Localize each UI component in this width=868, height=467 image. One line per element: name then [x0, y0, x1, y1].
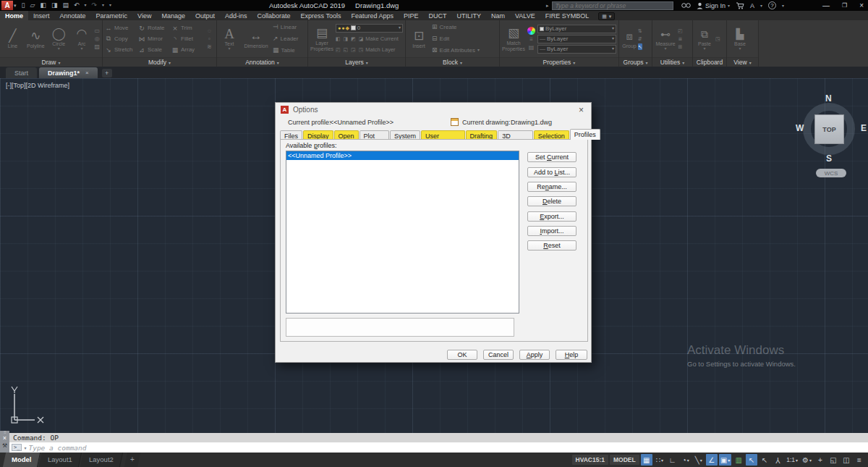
- base-view-tool[interactable]: ▙Base▾: [729, 27, 751, 51]
- new-icon[interactable]: ▯: [22, 1, 25, 10]
- copy-tool[interactable]: ⧉Copy: [105, 33, 138, 44]
- array-tool[interactable]: ▦Array: [171, 44, 205, 55]
- explode-tool-icon[interactable]: ▫: [207, 35, 212, 42]
- stretch-tool[interactable]: ↘Stretch: [105, 44, 138, 55]
- file-tab-start[interactable]: Start: [6, 67, 37, 78]
- panel-label-clipboard[interactable]: Clipboard: [693, 57, 726, 67]
- redo-icon[interactable]: ↷: [92, 1, 98, 10]
- snap-mode-toggle[interactable]: ∷▾: [654, 454, 665, 466]
- fillet-tool[interactable]: ◝Fillet: [171, 33, 205, 44]
- viewcube-north[interactable]: N: [825, 93, 832, 104]
- search-input[interactable]: [552, 1, 673, 10]
- measure-tool[interactable]: ⊷Measure▾: [655, 27, 676, 51]
- layer-dropdown[interactable]: ● ● ◆ 0 ▾: [336, 24, 403, 33]
- ok-button[interactable]: OK: [447, 350, 477, 360]
- workspace-button[interactable]: ◱: [827, 454, 839, 466]
- trim-tool[interactable]: ⨯Trim: [171, 22, 205, 33]
- import-button[interactable]: Import...: [527, 226, 576, 236]
- mirror-tool[interactable]: ⋈Mirror: [138, 33, 171, 44]
- ribbon-tab-insert[interactable]: Insert: [28, 11, 55, 20]
- ungroup-icon[interactable]: ⇅: [638, 28, 642, 34]
- ortho-toggle[interactable]: ∟: [667, 454, 678, 466]
- match-layer-tool[interactable]: ◰ ◱ ◲ ◳Match Layer: [336, 45, 403, 54]
- polyline-tool[interactable]: ∿Polyline: [25, 29, 46, 49]
- rectangle-tool-icon[interactable]: ▭: [94, 28, 100, 34]
- panel-label-draw[interactable]: Draw▾: [0, 57, 102, 67]
- rename-button[interactable]: Rename...: [527, 182, 576, 192]
- ribbon-tab-utility[interactable]: UTILITY: [451, 11, 486, 20]
- layout-tab-layout2[interactable]: Layout2: [80, 453, 123, 467]
- text-tool[interactable]: AText▾: [219, 27, 239, 51]
- plot-icon[interactable]: ▤: [62, 1, 69, 10]
- ribbon-tab-output[interactable]: Output: [190, 11, 220, 20]
- qat-customize-icon[interactable]: ▾: [109, 1, 111, 10]
- isodraft-toggle[interactable]: ╲▾: [693, 454, 705, 466]
- panel-label-properties[interactable]: Properties▾: [500, 57, 618, 67]
- cancel-button[interactable]: Cancel: [483, 350, 514, 360]
- command-input[interactable]: [28, 444, 868, 452]
- linear-tool[interactable]: ⊣Linear: [273, 22, 297, 33]
- panel-label-modify[interactable]: Modify▾: [103, 57, 216, 67]
- panel-label-block[interactable]: Block▾: [406, 57, 499, 67]
- panel-label-layers[interactable]: Layers▾: [308, 57, 405, 67]
- ribbon-tab-manage[interactable]: Manage: [156, 11, 190, 20]
- ribbon-tab-parametric[interactable]: Parametric: [91, 11, 133, 20]
- lineweight-dropdown[interactable]: —ByLayer▾: [537, 35, 616, 43]
- viewcube-south[interactable]: S: [826, 153, 832, 164]
- app-store-dropdown-icon[interactable]: ▾: [760, 3, 762, 8]
- panel-label-utilities[interactable]: Utilities▾: [652, 57, 692, 67]
- layout-tab-layout1[interactable]: Layout1: [39, 453, 82, 467]
- match-properties-tool[interactable]: ▧Match Properties: [502, 26, 525, 52]
- offset-tool-icon[interactable]: ≋: [207, 43, 212, 50]
- line-tool[interactable]: ╱Line: [2, 29, 23, 49]
- quick-calc-icon[interactable]: ⊞: [678, 43, 683, 50]
- quick-select-icon[interactable]: ≣: [678, 35, 683, 42]
- profile-list-item[interactable]: <<Unnamed Profile>>: [286, 151, 519, 160]
- file-tab-drawing1[interactable]: Drawing1* ×: [39, 67, 98, 78]
- viewcube[interactable]: N W E S TOP WCS: [801, 94, 862, 181]
- rotate-tool[interactable]: ↻Rotate: [138, 22, 171, 33]
- circle-tool[interactable]: ◯Circle▾: [48, 27, 69, 51]
- edit-block-tool[interactable]: ⊟Edit: [432, 34, 449, 44]
- scale-tool[interactable]: ⊿Scale: [138, 44, 171, 55]
- profiles-list[interactable]: <<Unnamed Profile>>: [286, 151, 519, 314]
- osnap-tracking-toggle[interactable]: ∠: [706, 454, 718, 466]
- undo-dropdown-icon[interactable]: ▾: [84, 1, 86, 10]
- minimize-button[interactable]: —: [822, 1, 830, 9]
- viewcube-east[interactable]: E: [861, 123, 867, 133]
- group-selection-icon[interactable]: ↖: [638, 43, 642, 50]
- redo-dropdown-icon[interactable]: ▾: [102, 1, 104, 10]
- arc-tool[interactable]: ◠Arc▾: [72, 27, 93, 51]
- create-block-tool[interactable]: ⊞Create: [432, 22, 457, 33]
- wcs-menu[interactable]: WCS: [816, 169, 846, 177]
- isolate-objects-button[interactable]: ◫: [841, 454, 852, 466]
- model-space-button[interactable]: MODEL: [610, 455, 639, 465]
- dialog-title-bar[interactable]: A Options ×: [276, 103, 591, 117]
- sign-in-button[interactable]: Sign In ▾: [697, 2, 730, 9]
- command-close-icon[interactable]: ×: [3, 434, 7, 442]
- annotation-scale-button[interactable]: 1:1▾: [785, 454, 799, 466]
- ribbon-display-button[interactable]: ▦ ▾: [598, 12, 615, 20]
- cart-icon[interactable]: [736, 2, 744, 9]
- move-tool[interactable]: ↔Move: [105, 22, 138, 33]
- ribbon-tab-nam[interactable]: Nam: [486, 11, 510, 20]
- file-tab-close-icon[interactable]: ×: [85, 70, 89, 76]
- erase-tool-icon[interactable]: ◌: [207, 28, 212, 34]
- paste-tool[interactable]: ⧉Paste▾: [695, 27, 714, 51]
- panel-label-view[interactable]: View▾: [727, 57, 758, 67]
- close-button[interactable]: ×: [859, 1, 864, 9]
- search-binoculars-icon[interactable]: [681, 2, 691, 9]
- command-customize-icon[interactable]: ⚒: [2, 442, 7, 450]
- customization-gear-button[interactable]: ⚙▾: [801, 454, 813, 466]
- panel-label-annotation[interactable]: Annotation▾: [217, 57, 307, 67]
- viewcube-top-face[interactable]: TOP: [814, 114, 844, 144]
- copy-clip-icon[interactable]: ◳: [715, 35, 720, 42]
- set-current-button[interactable]: Set Current: [527, 152, 576, 162]
- autocad-logo-icon[interactable]: A: [1, 1, 13, 10]
- ribbon-tab-collaborate[interactable]: Collaborate: [252, 11, 296, 20]
- object-color-dropdown[interactable]: ByLayer▾: [537, 25, 616, 33]
- open-icon[interactable]: ▱: [30, 1, 35, 10]
- reset-button[interactable]: Reset: [527, 240, 576, 251]
- save-icon[interactable]: ◧: [40, 1, 46, 10]
- ribbon-tab-valve[interactable]: VALVE: [510, 11, 540, 20]
